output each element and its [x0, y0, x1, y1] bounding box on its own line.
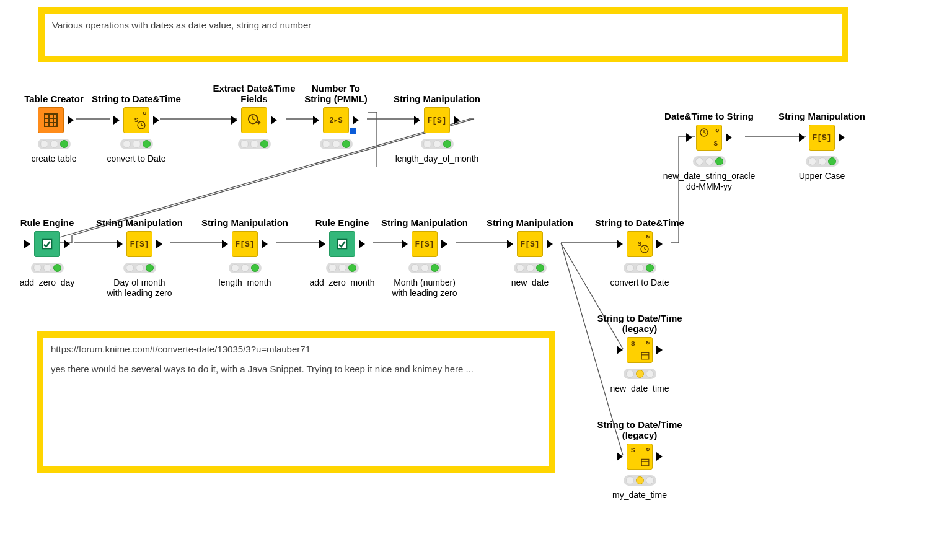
node-string-manip-2[interactable]: String Manipulation F[S] Day of month wi… — [93, 202, 186, 299]
string-manip-icon: F[S] — [412, 231, 438, 257]
node-title: String to Date/Time (legacy) — [593, 414, 686, 440]
num-to-string-icon: 2▸S — [323, 107, 349, 133]
node-rule-engine-1[interactable]: Rule Engine add_zero_day — [1, 202, 94, 288]
in-port[interactable] — [231, 116, 237, 125]
node-string-to-date-1[interactable]: String to Date&Time S ↻ convert to Date — [90, 78, 183, 164]
annotation-body: yes there would be several ways to do it… — [51, 362, 542, 376]
out-port[interactable] — [656, 346, 663, 354]
node-string-manip-1[interactable]: String Manipulation F[S] length_day_of_m… — [390, 78, 483, 164]
in-port[interactable] — [507, 240, 513, 248]
status-light — [421, 139, 454, 149]
node-label: length_day_of_month — [390, 154, 483, 164]
out-port[interactable] — [153, 116, 159, 125]
node-table-creator[interactable]: Table Creator + create table — [7, 78, 100, 164]
extract-fields-icon — [241, 107, 267, 133]
status-light — [326, 263, 359, 273]
status-light — [229, 263, 262, 273]
node-title: String Manipulation — [378, 202, 471, 228]
node-title: Extract Date&Time Fields — [208, 78, 301, 104]
out-port[interactable] — [353, 116, 359, 125]
node-label: create table — [7, 154, 100, 164]
node-extract-fields[interactable]: Extract Date&Time Fields — [208, 78, 301, 154]
node-label: new_date_time — [593, 383, 686, 394]
node-number-to-string[interactable]: Number To String (PMML) 2▸S — [289, 78, 382, 154]
string-manip-icon: F[S] — [126, 231, 152, 257]
table-creator-icon: + — [38, 107, 64, 133]
node-title: Number To String (PMML) — [289, 78, 382, 104]
node-string-manip-3[interactable]: String Manipulation F[S] length_month — [198, 202, 291, 288]
string-manip-icon: F[S] — [809, 125, 835, 151]
in-port[interactable] — [414, 116, 420, 125]
out-port[interactable] — [656, 452, 663, 461]
out-port[interactable] — [839, 133, 845, 142]
svg-line-23 — [141, 125, 143, 126]
status-light — [806, 156, 839, 167]
node-string-to-date-legacy-2[interactable]: String to Date/Time (legacy) S ↻ my_date… — [593, 414, 686, 501]
in-port[interactable] — [617, 346, 623, 354]
annotation-url: https://forum.knime.com/t/converte-date/… — [51, 343, 542, 356]
out-port[interactable] — [64, 240, 70, 248]
out-port[interactable] — [262, 240, 268, 248]
node-title: String to Date/Time (legacy) — [593, 308, 686, 334]
status-light — [38, 139, 71, 149]
out-port[interactable] — [656, 240, 663, 248]
out-port[interactable] — [726, 133, 732, 142]
out-port[interactable] — [68, 116, 74, 125]
node-string-manip-6[interactable]: String Manipulation F[S] Upper Case — [775, 95, 868, 182]
node-title: Date&Time to String — [663, 95, 756, 121]
string-manip-icon: F[S] — [232, 231, 258, 257]
node-label: my_date_time — [593, 490, 686, 501]
node-title: Table Creator — [7, 78, 100, 104]
in-port[interactable] — [24, 240, 30, 248]
string-to-date-icon: S ↻ — [627, 231, 653, 257]
annotation-top: Various operations with dates as date va… — [38, 7, 848, 62]
date-to-string-icon: S ↻ — [696, 125, 722, 151]
string-to-date-icon: S ↻ — [123, 107, 149, 133]
in-port[interactable] — [617, 452, 623, 461]
status-light — [624, 263, 656, 273]
in-port[interactable] — [117, 240, 123, 248]
svg-line-31 — [645, 249, 646, 250]
status-light — [320, 139, 353, 149]
out-port[interactable] — [156, 240, 162, 248]
node-label: convert to Date — [593, 278, 686, 288]
in-port[interactable] — [222, 240, 228, 248]
in-port[interactable] — [617, 240, 623, 248]
node-string-to-date-legacy-1[interactable]: String to Date/Time (legacy) S ↻ new_dat… — [593, 308, 686, 394]
in-port[interactable] — [319, 240, 325, 248]
in-port[interactable] — [113, 116, 120, 125]
workflow-canvas[interactable]: Various operations with dates as date va… — [0, 0, 952, 560]
node-label: new_date — [483, 278, 576, 288]
node-string-manip-5[interactable]: String Manipulation F[S] new_date — [483, 202, 576, 288]
node-rule-engine-2[interactable]: Rule Engine add_zero_month — [296, 202, 389, 288]
node-label: add_zero_day — [1, 278, 94, 288]
svg-rect-35 — [641, 352, 649, 359]
out-port[interactable] — [441, 240, 447, 248]
node-title: String to Date&Time — [593, 202, 686, 228]
node-title: Rule Engine — [1, 202, 94, 228]
rule-engine-icon — [329, 231, 355, 257]
out-port[interactable] — [359, 240, 365, 248]
rule-engine-icon — [34, 231, 60, 257]
node-date-to-string[interactable]: Date&Time to String S ↻ new_date_string_… — [663, 95, 756, 192]
node-label: length_month — [198, 278, 291, 288]
out-port[interactable] — [454, 116, 460, 125]
in-port[interactable] — [686, 133, 692, 142]
status-light — [31, 263, 64, 273]
status-light — [624, 475, 656, 486]
in-port[interactable] — [313, 116, 319, 125]
node-title: Rule Engine — [296, 202, 389, 228]
node-string-manip-4[interactable]: String Manipulation F[S] Month (number) … — [378, 202, 471, 299]
svg-text:+: + — [55, 122, 58, 127]
node-label: Month (number) with leading zero — [378, 278, 471, 299]
status-light — [238, 139, 271, 149]
in-port[interactable] — [799, 133, 805, 142]
out-port[interactable] — [547, 240, 553, 248]
out-port[interactable] — [271, 116, 277, 125]
in-port[interactable] — [402, 240, 408, 248]
node-title: String Manipulation — [775, 95, 868, 121]
node-string-to-date-2[interactable]: String to Date&Time S ↻ convert to Date — [593, 202, 686, 288]
pmml-port-icon — [350, 128, 356, 134]
node-title: String to Date&Time — [90, 78, 183, 104]
string-to-date-legacy-icon: S ↻ — [627, 444, 653, 470]
